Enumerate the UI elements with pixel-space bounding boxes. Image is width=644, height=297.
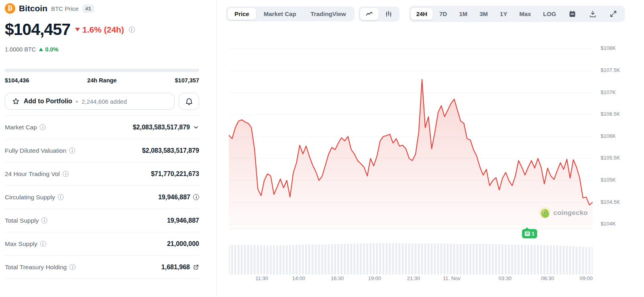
x-tick: 11:30: [255, 275, 268, 281]
btc-equivalent: 1.0000 BTC: [5, 46, 36, 53]
expand-button[interactable]: [603, 7, 623, 20]
candlestick-toggle[interactable]: [379, 8, 398, 20]
stat-row-market-cap: Market Cap $2,083,583,517,879: [5, 116, 199, 139]
stat-value: 21,000,000: [167, 240, 199, 248]
price-chart[interactable]: 11:3014:0016:3019:0021:3011. Nov03:3006:…: [229, 34, 593, 274]
x-tick: 14:00: [292, 275, 306, 281]
add-to-portfolio-label: Add to Portfolio: [24, 98, 72, 105]
y-tick: $105.5K: [601, 155, 620, 161]
btc-equivalent-row: 1.0000 BTC 0.0%: [5, 46, 199, 53]
x-tick: 06:30: [541, 275, 554, 281]
range-slider-bar[interactable]: [5, 69, 199, 72]
x-axis-labels: 11:3014:0016:3019:0021:3011. Nov03:3006:…: [229, 275, 593, 283]
stat-value: 1,681,968: [161, 264, 190, 271]
stat-value: 19,946,887: [167, 217, 199, 224]
stat-value: $2,083,583,517,879: [142, 147, 199, 154]
range-low: $104,436: [5, 77, 29, 84]
tab-tradingview[interactable]: TradingView: [304, 8, 353, 20]
info-icon[interactable]: [40, 241, 46, 247]
up-triangle-icon: [39, 48, 43, 51]
y-tick: $104.5K: [601, 199, 620, 205]
coin-summary-panel: ₿ Bitcoin BTC Price #1 $104,457 1.6% (24…: [0, 0, 217, 297]
stat-value: $71,770,221,673: [151, 170, 199, 178]
stat-value: 19,946,887: [158, 194, 190, 201]
chart-type-switcher: [359, 6, 399, 22]
price-area-fill: [229, 80, 593, 229]
info-icon[interactable]: [63, 171, 69, 177]
y-tick: $106.5K: [601, 111, 620, 117]
range-labels: $104,436 24h Range $107,357: [5, 77, 199, 84]
info-icon[interactable]: [69, 147, 75, 154]
rank-badge: #1: [82, 4, 94, 13]
x-tick: 21:30: [407, 275, 420, 281]
view-switcher: Price Market Cap TradingView: [226, 6, 355, 21]
date-range-button[interactable]: [562, 7, 582, 20]
coin-symbol-label: BTC Price: [51, 5, 78, 12]
tab-market-cap[interactable]: Market Cap: [257, 8, 303, 20]
y-tick: $108K: [601, 45, 616, 51]
add-to-portfolio-button[interactable]: Add to Portfolio • 2,244,606 added: [5, 93, 175, 110]
download-button[interactable]: [583, 7, 603, 20]
stat-label: Total Treasury Holding: [5, 264, 67, 271]
star-icon: [12, 97, 20, 106]
news-annotation-badge[interactable]: 1: [522, 229, 537, 238]
x-tick: 03:30: [499, 275, 512, 281]
info-icon[interactable]: [58, 194, 64, 200]
range-1y[interactable]: 1Y: [494, 8, 513, 20]
log-scale-toggle[interactable]: LOG: [538, 8, 562, 20]
stat-label: Total Supply: [5, 217, 39, 224]
range-label: 24h Range: [87, 77, 116, 84]
separator-dot: •: [76, 98, 78, 105]
x-tick: 16:30: [331, 275, 344, 281]
stat-row-fdv: Fully Diluted Valuation $2,083,583,517,8…: [5, 139, 199, 162]
range-max[interactable]: Max: [514, 8, 536, 20]
info-icon[interactable]: [41, 217, 47, 223]
external-link-icon[interactable]: [193, 264, 199, 270]
stat-row-trading-vol: 24 Hour Trading Vol $71,770,221,673: [5, 162, 199, 186]
coingecko-watermark: coingecko: [539, 207, 588, 218]
price-change-24h: 1.6% (24h): [75, 25, 124, 35]
stat-row-circulating-supply: Circulating Supply 19,946,887: [5, 186, 199, 209]
info-icon[interactable]: [193, 194, 199, 200]
y-tick: $105K: [601, 177, 616, 183]
news-icon: [525, 231, 530, 236]
coin-header: ₿ Bitcoin BTC Price #1: [5, 3, 199, 14]
range-3m[interactable]: 3M: [474, 8, 493, 20]
expand-icon: [609, 10, 618, 18]
coingecko-bitcoin-page: ₿ Bitcoin BTC Price #1 $104,457 1.6% (24…: [0, 0, 644, 297]
down-triangle-icon: [75, 28, 80, 31]
stats-table: Market Cap $2,083,583,517,879 Fully Dilu…: [5, 115, 199, 279]
volume-bars: [229, 243, 593, 274]
portfolio-added-count: 2,244,606 added: [82, 98, 127, 105]
bell-icon: [185, 97, 194, 106]
stat-label: Fully Diluted Valuation: [5, 147, 66, 154]
annotation-count: 1: [532, 231, 534, 237]
stat-row-total-supply: Total Supply 19,946,887: [5, 209, 199, 232]
price-alert-button[interactable]: [179, 93, 199, 110]
range-7d[interactable]: 7D: [434, 8, 452, 20]
stat-label: 24 Hour Trading Vol: [5, 170, 60, 178]
price-chart-svg: [229, 34, 593, 274]
btc-change-text: 0.0%: [45, 46, 58, 53]
x-tick: 19:00: [368, 275, 381, 281]
calendar-icon: [568, 10, 577, 18]
stat-row-max-supply: Max Supply 21,000,000: [5, 232, 199, 256]
range-high: $107,357: [175, 77, 199, 84]
range-1m[interactable]: 1M: [453, 8, 473, 20]
tab-price[interactable]: Price: [228, 8, 256, 20]
stat-label: Max Supply: [5, 240, 37, 248]
coin-name: Bitcoin: [19, 4, 47, 13]
download-icon: [589, 10, 597, 18]
range-24h[interactable]: 24H: [411, 8, 433, 20]
chevron-down-icon[interactable]: [193, 124, 199, 131]
y-tick: $107.5K: [601, 67, 620, 73]
line-chart-toggle[interactable]: [360, 8, 379, 20]
stat-row-treasury-holding: Total Treasury Holding 1,681,968: [5, 256, 199, 279]
coingecko-logo-icon: [539, 207, 550, 218]
price-change-text: 1.6% (24h): [82, 25, 124, 35]
price-info-icon[interactable]: [129, 27, 135, 33]
current-price: $104,457: [5, 20, 70, 39]
info-icon[interactable]: [69, 264, 75, 270]
actions-row: Add to Portfolio • 2,244,606 added: [5, 93, 199, 110]
info-icon[interactable]: [40, 124, 46, 130]
